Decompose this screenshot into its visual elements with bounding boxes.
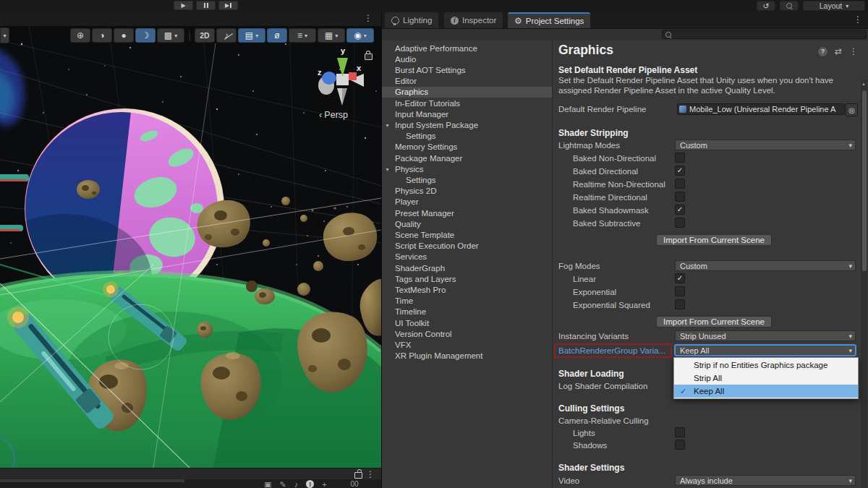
settings-item[interactable]: Version Control — [382, 329, 552, 340]
draw-mode-solid-button[interactable]: ● — [114, 28, 134, 43]
bottom-tab-edge[interactable] — [0, 479, 184, 482]
settings-item[interactable]: Burst AOT Settings — [382, 65, 552, 76]
baked-shadowmask-checkbox[interactable]: ✓ — [675, 205, 685, 215]
menu-item[interactable]: Strip All — [674, 372, 858, 385]
tab-project-settings[interactable]: ⚙ Project Settings — [508, 12, 590, 28]
settings-item[interactable]: Memory Settings — [382, 142, 552, 153]
settings-item[interactable]: Timeline — [382, 307, 552, 317]
settings-item-selected[interactable]: Graphics — [382, 87, 552, 98]
scene-menu-kebab-icon[interactable]: ⋮ — [364, 14, 373, 22]
2d-toggle-button[interactable]: 2D — [195, 28, 215, 43]
play-button[interactable]: ▶ — [174, 1, 193, 10]
perspective-toggle[interactable]: ‹ Persp — [319, 109, 348, 120]
settings-item[interactable]: UI Toolkit — [382, 318, 552, 329]
settings-item[interactable]: ▼Physics — [382, 164, 552, 175]
settings-item[interactable]: ShaderGraph — [382, 263, 552, 274]
unity-editor-window: ▶ ▶ ↺ Layout ▾ ⋮ — [0, 0, 868, 488]
settings-item[interactable]: Settings — [382, 175, 552, 186]
search-all-button[interactable] — [780, 1, 799, 11]
settings-item[interactable]: Physics 2D — [382, 186, 552, 197]
settings-search-input[interactable] — [662, 30, 867, 39]
settings-item[interactable]: Services — [382, 252, 552, 262]
camera-dropdown[interactable]: ▦ ▾ — [318, 28, 345, 43]
debug-draw-dropdown[interactable]: ▩ ▾ — [157, 28, 184, 43]
culling-lights-checkbox[interactable] — [675, 427, 685, 437]
tabbar-kebab-icon[interactable]: ⋮ — [854, 15, 862, 24]
grid-icon[interactable]: ▣ — [264, 480, 271, 488]
draw-mode-half-button[interactable]: ◑ — [92, 28, 112, 43]
settings-item[interactable]: Input Manager — [382, 109, 552, 120]
fog-linear-checkbox[interactable]: ✓ — [675, 273, 685, 283]
settings-item[interactable]: Settings — [382, 131, 552, 142]
overlay-edge-button[interactable]: ▾ — [0, 27, 9, 43]
chevron-down-icon: ▾ — [255, 33, 258, 39]
tab-inspector[interactable]: i Inspector — [444, 12, 503, 28]
hidden-objects-button[interactable]: ø — [267, 28, 287, 43]
note-icon[interactable]: ♪ — [294, 480, 299, 488]
culling-shadows-checkbox[interactable] — [675, 440, 685, 450]
chevron-down-icon: ▾ — [174, 33, 177, 39]
panel-unlock-toggle[interactable] — [354, 472, 362, 479]
2d-label: 2D — [200, 31, 209, 40]
menu-item-selected[interactable]: ✓ Keep All — [674, 385, 858, 398]
import-from-scene-button[interactable]: Import From Current Scene — [656, 234, 772, 246]
realtime-non-directional-checkbox[interactable] — [675, 179, 685, 189]
undo-history-button[interactable]: ↺ — [757, 1, 775, 11]
menu-item[interactable]: Strip if no Entities Graphics package — [674, 359, 858, 372]
settings-item[interactable]: Preset Manager — [382, 208, 552, 219]
baked-non-directional-checkbox[interactable] — [675, 153, 685, 163]
settings-item[interactable]: Tags and Layers — [382, 274, 552, 285]
render-pipeline-object-field[interactable]: Mobile_Low (Universal Render Pipeline A — [677, 103, 845, 115]
audio-toggle-button[interactable]: ♪ — [216, 28, 237, 43]
realtime-directional-checkbox[interactable] — [675, 192, 685, 202]
preset-icon[interactable]: ⇄ — [835, 46, 842, 56]
draw-mode-shaded-button[interactable]: ⊕ — [70, 28, 90, 43]
video-shaders-dropdown[interactable]: Always include▾ — [675, 475, 856, 486]
settings-item[interactable]: XR Plugin Management — [382, 351, 552, 361]
import-from-scene-button[interactable]: Import From Current Scene — [656, 316, 772, 328]
pane-kebab-icon[interactable]: ⋮ — [849, 47, 858, 56]
batchrenderergroup-dropdown[interactable]: Keep All▾ — [675, 345, 856, 356]
step-button[interactable]: ▶ — [218, 1, 238, 10]
scene-viewport[interactable]: ▾ ⊕ ◑ ● ☽ ▩ ▾ 2D ♪ ▤ ▾ ø ≡ ▾ — [0, 26, 381, 468]
settings-item[interactable]: Audio — [382, 54, 552, 65]
settings-item[interactable]: TextMesh Pro — [382, 285, 552, 296]
gizmo-lock[interactable] — [365, 53, 373, 60]
bottom-kebab-icon[interactable]: ⋮ — [366, 470, 375, 479]
object-picker-button[interactable]: ◎ — [846, 103, 858, 116]
help-icon[interactable]: ? — [818, 47, 827, 56]
gizmos-dropdown[interactable]: ◉ ▾ — [346, 28, 374, 43]
layout-dropdown[interactable]: Layout ▾ — [803, 1, 865, 11]
fog-exponential-checkbox[interactable] — [675, 286, 685, 296]
settings-item[interactable]: Script Execution Order — [382, 241, 552, 252]
draw-mode-wireframe-button[interactable]: ☽ — [135, 28, 156, 43]
settings-item[interactable]: Scene Template — [382, 230, 552, 241]
settings-item[interactable]: Player — [382, 197, 552, 207]
graphics-settings-pane: Graphics ? ⇄ ⋮ Set Default Render Pipeli… — [553, 40, 868, 488]
effects-dropdown[interactable]: ▤ ▾ — [238, 28, 265, 43]
scrollbar-thumb[interactable] — [862, 90, 867, 271]
add-icon[interactable]: + — [322, 480, 326, 488]
paint-icon[interactable]: ✎ — [279, 480, 286, 488]
fog-exponential-squared-checkbox[interactable] — [675, 299, 685, 309]
tab-lighting[interactable]: Lighting — [385, 12, 438, 28]
info-icon: i — [451, 17, 459, 25]
settings-item[interactable]: Time — [382, 296, 552, 307]
instancing-variants-dropdown[interactable]: Strip Unused▾ — [675, 330, 856, 341]
pause-button[interactable] — [196, 1, 216, 10]
scroll-up-icon[interactable]: ▲ — [861, 82, 866, 86]
settings-item[interactable]: Adaptive Performance — [382, 43, 552, 54]
alert-icon[interactable]: ! — [306, 480, 314, 488]
settings-item[interactable]: Quality — [382, 219, 552, 230]
lightmap-modes-dropdown[interactable]: Custom▾ — [675, 140, 856, 150]
settings-item[interactable]: ▼Input System Package — [382, 120, 552, 131]
fog-modes-dropdown[interactable]: Custom▾ — [675, 260, 856, 271]
settings-item[interactable]: VFX — [382, 340, 552, 351]
baked-subtractive-checkbox[interactable] — [675, 218, 685, 228]
settings-item[interactable]: In-Editor Tutorials — [382, 98, 552, 109]
scrollbar[interactable]: ▲ — [861, 80, 867, 488]
settings-item[interactable]: Editor — [382, 76, 552, 87]
layers-dropdown[interactable]: ≡ ▾ — [289, 28, 316, 43]
settings-item[interactable]: Package Manager — [382, 153, 552, 164]
baked-directional-checkbox[interactable]: ✓ — [675, 166, 685, 176]
